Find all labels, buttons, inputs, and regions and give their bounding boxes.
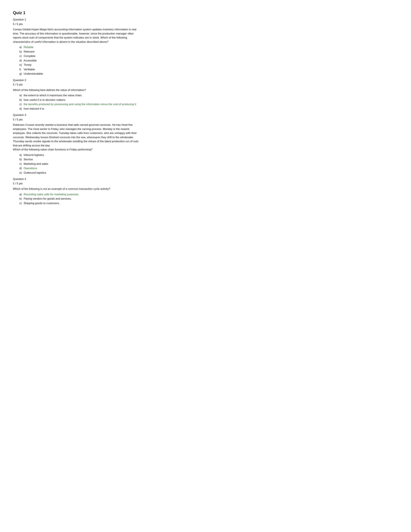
question-1: Question 1 5 / 5 pts Compu-Global-Hyper-… — [13, 18, 142, 76]
question-2-text: Which of the following best defines the … — [13, 88, 142, 92]
answer-prefix: d) — [19, 166, 23, 171]
answer-text: Understandable — [24, 72, 43, 75]
answer-1a: a) Reliable — [19, 45, 142, 49]
answer-text: Relevant — [24, 50, 35, 53]
answer-prefix: a) — [19, 93, 23, 97]
answer-text: how useful it is to decision makers. — [24, 98, 66, 101]
question-1-pts: 5 / 5 pts — [13, 22, 142, 26]
answer-text: Paying vendors for goods and services. — [24, 197, 72, 200]
answer-text: Recording sales calls for marketing purp… — [24, 193, 79, 196]
answer-2d: d) how relevant it is. — [19, 107, 142, 111]
question-2-answers: a) the extent to which it maximizes the … — [13, 93, 142, 111]
answer-text: Operations — [24, 167, 37, 170]
answer-text: Timely — [24, 63, 31, 66]
answer-text: how relevant it is. — [24, 107, 45, 110]
question-2: Question 2 5 / 5 pts Which of the follow… — [13, 78, 142, 111]
answer-prefix: a) — [19, 192, 23, 197]
question-3-answers: a) Inbound logistics b) Service c) Marke… — [13, 153, 142, 175]
question-4-text: Which of the following is not an example… — [13, 187, 142, 191]
question-4-answers: a) Recording sales calls for marketing p… — [13, 192, 142, 205]
answer-text: Reliable — [24, 46, 34, 49]
answer-1e: e) Timely — [19, 63, 142, 67]
quiz-container: Quiz 1 Question 1 5 / 5 pts Compu-Global… — [13, 10, 142, 205]
question-4: Question 4 5 / 5 pts Which of the follow… — [13, 177, 142, 205]
question-2-pts: 5 / 5 pts — [13, 83, 142, 87]
answer-text: Verifiable — [24, 68, 35, 71]
answer-2b: b) how useful it is to decision makers. — [19, 98, 142, 102]
answer-2c: c) the benefits produced by possessing a… — [19, 102, 142, 106]
answer-prefix: c) — [19, 54, 23, 58]
answer-prefix: a) — [19, 153, 23, 157]
answer-prefix: d) — [19, 107, 23, 111]
question-1-answers: a) Reliable b) Relevant c) Complete d) A… — [13, 45, 142, 76]
answer-prefix: g) — [19, 72, 23, 76]
question-4-label: Question 4 — [13, 177, 142, 181]
question-3: Question 3 5 / 5 pts Robinson Crusoe rec… — [13, 113, 142, 175]
answer-4a: a) Recording sales calls for marketing p… — [19, 192, 142, 197]
answer-text: Marketing and sales — [24, 162, 48, 165]
question-3-label: Question 3 — [13, 113, 142, 117]
answer-text: Accessible — [24, 59, 37, 62]
answer-text: the extent to which it maximizes the val… — [24, 94, 82, 97]
answer-text: Complete — [24, 55, 36, 57]
answer-prefix: f) — [19, 67, 23, 72]
answer-4b: b) Paying vendors for goods and services… — [19, 197, 142, 201]
answer-1c: c) Complete — [19, 54, 142, 58]
answer-prefix: a) — [19, 45, 23, 49]
answer-prefix: c) — [19, 162, 23, 166]
answer-prefix: e) — [19, 63, 23, 67]
quiz-title: Quiz 1 — [13, 10, 142, 16]
answer-prefix: b) — [19, 197, 23, 201]
question-3-pts: 5 / 5 pts — [13, 117, 142, 122]
answer-prefix: b) — [19, 50, 23, 54]
answer-1g: g) Understandable — [19, 72, 142, 76]
answer-text: Outbound logistics — [24, 171, 46, 174]
answer-prefix: e) — [19, 171, 23, 175]
question-1-text: Compu-Global-Hyper-Mega-Net's accounting… — [13, 28, 142, 44]
question-3-text: Robinson Crusoe recently started a busin… — [13, 123, 142, 152]
question-4-pts: 5 / 5 pts — [13, 181, 142, 186]
answer-1f: f) Verifiable — [19, 67, 142, 72]
answer-prefix: c) — [19, 201, 23, 205]
answer-4c: c) Shipping goods to customers. — [19, 201, 142, 205]
answer-3e: e) Outbound logistics — [19, 171, 142, 175]
answer-text: Service — [24, 158, 33, 161]
answer-3d: d) Operations — [19, 166, 142, 171]
question-1-label: Question 1 — [13, 18, 142, 22]
answer-3c: c) Marketing and sales — [19, 162, 142, 166]
question-2-label: Question 2 — [13, 78, 142, 82]
answer-3b: b) Service — [19, 157, 142, 162]
answer-1d: d) Accessible — [19, 58, 142, 63]
answer-3a: a) Inbound logistics — [19, 153, 142, 157]
answer-text: the benefits produced by possessing and … — [24, 103, 136, 106]
answer-text: Shipping goods to customers. — [24, 202, 60, 205]
answer-prefix: b) — [19, 157, 23, 162]
answer-prefix: b) — [19, 98, 23, 102]
answer-1b: b) Relevant — [19, 50, 142, 54]
answer-text: Inbound logistics — [24, 153, 44, 157]
answer-prefix: c) — [19, 102, 23, 106]
answer-prefix: d) — [19, 58, 23, 63]
answer-2a: a) the extent to which it maximizes the … — [19, 93, 142, 97]
